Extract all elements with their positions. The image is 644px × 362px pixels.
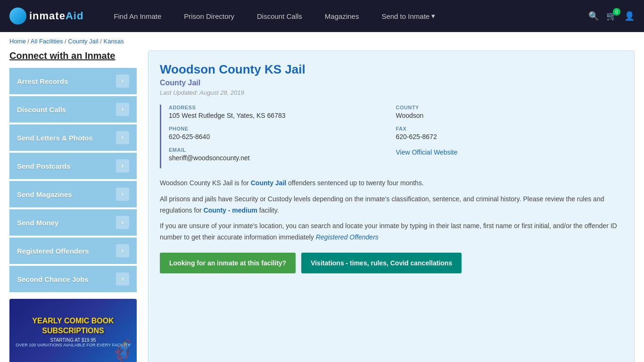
cta-buttons: Looking for an inmate at this facility? … (160, 253, 623, 273)
find-inmate-button[interactable]: Looking for an inmate at this facility? (160, 253, 296, 273)
breadcrumb-all-facilities[interactable]: All Facilities (31, 38, 63, 45)
breadcrumb-state[interactable]: Kansas (103, 38, 124, 45)
fax-block: FAX 620-625-8672 (396, 126, 623, 140)
county-medium-link[interactable]: County - medium (204, 206, 257, 214)
description-para3: If you are unsure of your inmate's locat… (160, 221, 623, 243)
nav-find-inmate[interactable]: Find An Inmate (102, 0, 173, 32)
logo-icon (9, 8, 26, 25)
arrow-icon: › (116, 216, 129, 229)
description-para1: Woodson County KS Jail is for County Jai… (160, 178, 623, 189)
nav-prison-directory[interactable]: Prison Directory (173, 0, 246, 32)
sidebar-item-label: Send Money (17, 219, 58, 227)
logo[interactable]: inmateAid (9, 8, 83, 25)
breadcrumb-county-jail[interactable]: County Jail (68, 38, 98, 45)
sidebar-item-discount-calls[interactable]: Discount Calls › (9, 96, 137, 123)
arrow-icon: › (116, 74, 129, 88)
sidebar-menu: Arrest Records › Discount Calls › Send L… (9, 68, 137, 292)
ad-sub2: OVER 100 VARIATIONS AVAILABLE FOR EVERY … (16, 343, 131, 347)
cart-button[interactable]: 🛒 0 (606, 11, 617, 21)
sidebar-item-send-letters[interactable]: Send Letters & Photos › (9, 124, 137, 151)
fax-label: FAX (396, 126, 623, 132)
main-nav: inmateAid Find An Inmate Prison Director… (0, 0, 644, 32)
website-block: View Official Website (396, 147, 623, 162)
sidebar: Connect with an Inmate Arrest Records › … (9, 50, 137, 362)
sidebar-item-arrest-records[interactable]: Arrest Records › (9, 68, 137, 94)
arrow-icon: › (116, 272, 129, 286)
breadcrumb: Home / All Facilities / County Jail / Ka… (0, 32, 644, 50)
nav-icons: 🔍 🛒 0 👤 (588, 11, 635, 21)
sidebar-item-label: Send Letters & Photos (17, 134, 93, 142)
page-content: Connect with an Inmate Arrest Records › … (0, 50, 644, 362)
address-label: ADDRESS (169, 105, 396, 110)
phone-block: PHONE 620-625-8640 (169, 126, 396, 140)
arrow-icon: › (116, 188, 129, 201)
arrow-icon: › (116, 103, 129, 116)
nav-magazines[interactable]: Magazines (314, 0, 371, 32)
visitations-button[interactable]: Visitations - times, rules, Covid cancel… (301, 253, 462, 273)
search-button[interactable]: 🔍 (588, 11, 599, 21)
logo-text: inmateAid (29, 10, 83, 22)
breadcrumb-home[interactable]: Home (9, 38, 26, 45)
sidebar-item-label: Send Magazines (17, 190, 72, 198)
facility-description: Woodson County KS Jail is for County Jai… (160, 178, 623, 243)
sidebar-item-send-postcards[interactable]: Send Postcards › (9, 153, 137, 179)
email-value: sheriff@woodsoncounty.net (169, 154, 396, 162)
address-block: ADDRESS 105 West Rutledge St, Yates, KS … (169, 105, 396, 119)
county-label: COUNTY (396, 105, 623, 110)
sidebar-item-registered-offenders[interactable]: Registered Offenders › (9, 238, 137, 264)
facility-info-grid: ADDRESS 105 West Rutledge St, Yates, KS … (160, 105, 623, 168)
ad-subtitle: STARTING AT $19.95 (50, 337, 96, 343)
description-para2: All prisons and jails have Security or C… (160, 194, 623, 216)
arrow-icon: › (116, 159, 129, 173)
county-block: COUNTY Woodson (396, 105, 623, 119)
nav-links: Find An Inmate Prison Directory Discount… (102, 0, 588, 32)
facility-title: Woodson County KS Jail (160, 62, 623, 77)
phone-label: PHONE (169, 126, 396, 132)
sidebar-item-send-magazines[interactable]: Send Magazines › (9, 181, 137, 207)
website-link[interactable]: View Official Website (396, 148, 458, 156)
sidebar-item-send-money[interactable]: Send Money › (9, 209, 137, 236)
sidebar-item-label: Registered Offenders (17, 247, 89, 255)
sidebar-item-label: Send Postcards (17, 162, 70, 170)
facility-last-updated: Last Updated: August 28, 2019 (160, 89, 623, 96)
phone-value: 620-625-8640 (169, 133, 396, 140)
registered-offenders-link[interactable]: Registered Offenders (316, 233, 379, 241)
cart-badge: 0 (613, 8, 620, 16)
arrow-icon: › (116, 244, 129, 257)
ad-heroes-icon: 🦸 (108, 338, 137, 362)
address-value: 105 West Rutledge St, Yates, KS 66783 (169, 112, 396, 119)
email-block: EMAIL sheriff@woodsoncounty.net (169, 147, 396, 162)
facility-detail: Woodson County KS Jail County Jail Last … (148, 50, 635, 362)
county-jail-link[interactable]: County Jail (251, 179, 286, 187)
sidebar-item-label: Discount Calls (17, 106, 66, 114)
email-label: EMAIL (169, 147, 396, 153)
chevron-down-icon: ▾ (431, 12, 435, 20)
sidebar-item-label: Second Chance Jobs (17, 275, 89, 283)
nav-send-to-inmate[interactable]: Send to Inmate ▾ (370, 0, 446, 32)
ad-title: YEARLY COMIC BOOKSUBSCRIPTIONS (32, 316, 114, 336)
user-button[interactable]: 👤 (624, 11, 635, 21)
sidebar-item-label: Arrest Records (17, 77, 68, 85)
fax-value: 620-625-8672 (396, 133, 623, 140)
ad-banner[interactable]: YEARLY COMIC BOOKSUBSCRIPTIONS STARTING … (9, 299, 137, 362)
county-value: Woodson (396, 112, 623, 119)
facility-type: County Jail (160, 79, 623, 87)
arrow-icon: › (116, 131, 129, 144)
sidebar-item-second-chance[interactable]: Second Chance Jobs › (9, 266, 137, 292)
nav-send-to-inmate-label: Send to Inmate (381, 12, 429, 20)
nav-discount-calls[interactable]: Discount Calls (246, 0, 314, 32)
sidebar-title: Connect with an Inmate (9, 50, 137, 61)
